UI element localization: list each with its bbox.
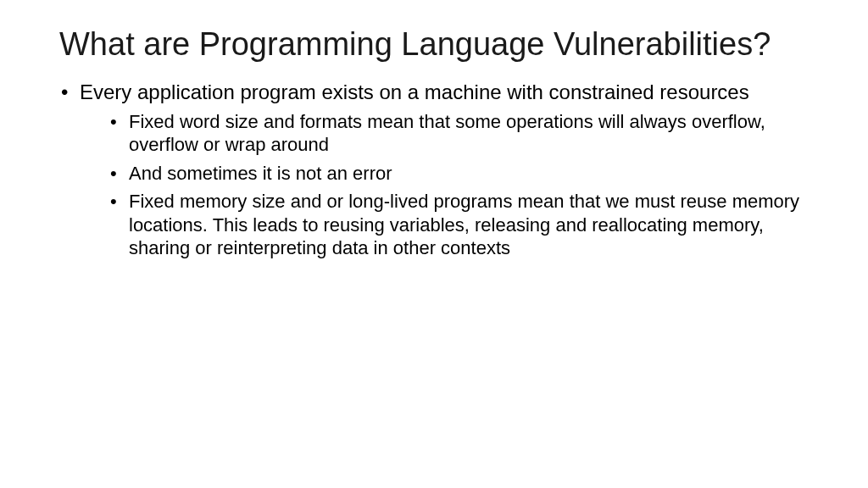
list-item: Fixed word size and formats mean that so… — [108, 110, 809, 157]
bullet-text: Fixed word size and formats mean that so… — [129, 111, 765, 156]
bullet-text: Every application program exists on a ma… — [80, 80, 749, 103]
list-item: Fixed memory size and or long-lived prog… — [108, 190, 809, 260]
bullet-text: And sometimes it is not an error — [129, 163, 392, 184]
slide-title: What are Programming Language Vulnerabil… — [59, 25, 809, 64]
bullet-text: Fixed memory size and or long-lived prog… — [129, 191, 799, 258]
list-item: And sometimes it is not an error — [108, 162, 809, 186]
list-item: Every application program exists on a ma… — [59, 80, 809, 260]
slide-content: Every application program exists on a ma… — [59, 80, 809, 260]
